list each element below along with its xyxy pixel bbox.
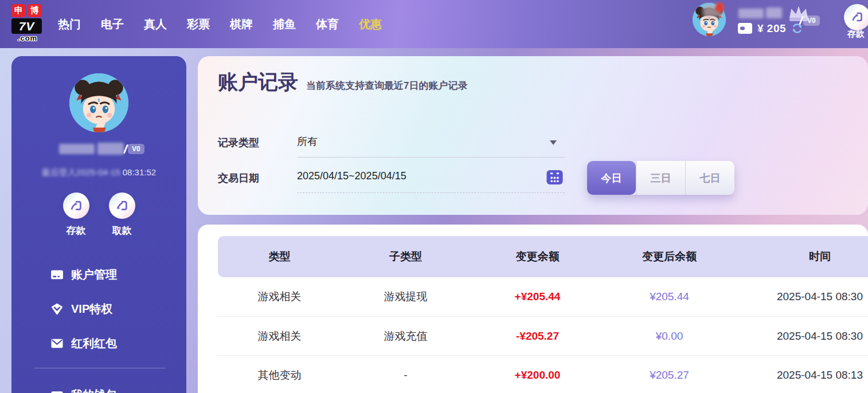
table-row: 游戏相关 游戏充值 -¥205.27 ¥0.00 2025-04-15 08:3… [218, 316, 868, 355]
nav-item-promo[interactable]: 优惠 [350, 17, 390, 32]
calendar-icon[interactable] [546, 168, 564, 186]
deposit-icon [850, 10, 865, 25]
vip-level-text: V0 [803, 15, 820, 26]
last-login-text: 最后登入2025-04-15 08:31:52 [11, 167, 186, 178]
sidebar-avatar [69, 73, 128, 132]
date-range-tabs: 今日 三日 七日 [587, 161, 734, 195]
cell-change-amount: +¥205.44 [470, 290, 605, 303]
app-window: 申 博 7V .com 热门 电子 真人 彩票 棋牌 捕鱼 体育 优惠 [0, 0, 868, 393]
withdraw-icon [114, 198, 130, 214]
table-row: 其他变动 - +¥200.00 ¥205.27 2025-04-15 08:13 [218, 355, 868, 393]
record-type-label: 记录类型 [218, 135, 297, 158]
sidebar-panel: V0 最后登入2025-04-15 08:31:52 存款 取款 [11, 56, 186, 393]
topbar-deposit-label: 存款 [847, 29, 865, 40]
main-nav-menu: 热门 电子 真人 彩票 棋牌 捕鱼 体育 优惠 [49, 0, 390, 48]
tab-seven-days[interactable]: 七日 [685, 161, 734, 195]
sidebar-user-row [11, 142, 186, 156]
page-title: 账户记录 [218, 69, 298, 96]
sidebar-quick-actions: 存款 取款 [11, 192, 186, 237]
cell-type: 游戏相关 [218, 289, 341, 304]
top-nav-bar: 申 博 7V .com 热门 电子 真人 彩票 棋牌 捕鱼 体育 优惠 [0, 0, 868, 48]
col-header-change: 变更余额 [470, 249, 605, 264]
record-type-value: 所有 [297, 136, 318, 147]
cell-change-amount: +¥200.00 [470, 369, 605, 382]
cell-type: 其他变动 [218, 368, 341, 383]
refresh-balance-icon[interactable] [791, 22, 804, 35]
record-type-select[interactable]: 所有 [297, 135, 565, 158]
sidebar-item-bonus-redpacket[interactable]: 红利红包 [50, 333, 117, 353]
cell-balance-after: ¥0.00 [605, 330, 734, 343]
cell-subtype: 游戏提现 [341, 289, 470, 304]
sidebar-item-account-management[interactable]: 账户管理 [50, 265, 117, 284]
date-range-value: 2025/04/15~2025/04/15 [297, 170, 406, 182]
topbar-deposit-button[interactable] [844, 4, 868, 30]
withdraw-label: 取款 [112, 224, 132, 237]
username-blurred [97, 143, 124, 155]
sidebar-vip-badge: V0 [125, 144, 144, 154]
wallet-icon [737, 22, 753, 34]
logo-char-1: 申 [11, 4, 26, 17]
table-row: 游戏相关 游戏提现 +¥205.44 ¥205.44 2025-04-15 08… [218, 277, 868, 316]
vip-gem-icon [50, 302, 64, 316]
logo-main-text: 7V [11, 18, 42, 34]
withdraw-button[interactable]: 取款 [109, 192, 135, 237]
sidebar-item-vip-privileges[interactable]: VIP特权 [50, 299, 112, 319]
dropdown-caret-icon [550, 140, 557, 145]
nav-item-cards[interactable]: 棋牌 [221, 17, 261, 32]
nav-item-slots[interactable]: 电子 [92, 17, 132, 32]
cell-time: 2025-04-15 08:13 [734, 369, 868, 382]
deposit-button[interactable]: 存款 [63, 192, 89, 237]
nav-item-hot[interactable]: 热门 [49, 17, 89, 32]
col-header-time: 时间 [734, 249, 868, 264]
cell-balance-after: ¥205.44 [605, 290, 734, 303]
col-header-type: 类型 [218, 249, 341, 264]
tab-today[interactable]: 今日 [587, 161, 636, 195]
tab-three-days[interactable]: 三日 [636, 161, 685, 195]
cell-subtype: 游戏充值 [341, 329, 470, 344]
bank-card-icon [50, 268, 64, 282]
cell-subtype: - [341, 369, 470, 382]
table-header-row: 类型 子类型 变更余额 变更后余额 时间 [218, 236, 868, 277]
balance-amount: ¥ 205 [757, 22, 786, 35]
cell-balance-after: ¥205.27 [605, 369, 734, 382]
cell-type: 游戏相关 [218, 329, 341, 344]
cell-change-amount: -¥205.27 [470, 330, 605, 343]
vip-level-text: V0 [128, 144, 144, 154]
username-blurred [766, 7, 782, 18]
date-range-input[interactable]: 2025/04/15~2025/04/15 [297, 170, 565, 193]
envelope-icon [50, 336, 64, 351]
nav-item-lottery[interactable]: 彩票 [178, 17, 218, 32]
account-records-filter-card: 账户记录 当前系统支持查询最近7日的账户记录 记录类型 所有 交易日期 2025… [198, 56, 868, 215]
col-header-balance-after: 变更后余额 [605, 249, 734, 264]
logo-suffix-text: .com [11, 34, 44, 42]
deposit-icon [68, 198, 84, 214]
account-records-table-card: 类型 子类型 变更余额 变更后余额 时间 游戏相关 游戏提现 +¥205.44 … [198, 225, 868, 393]
cell-time: 2025-04-15 08:30 [734, 330, 868, 343]
username-blurred [738, 9, 764, 18]
nav-item-live[interactable]: 真人 [135, 17, 175, 32]
logo-char-2: 博 [28, 4, 42, 17]
balance-row: ¥ 205 [737, 22, 804, 35]
avatar-red-blob [715, 2, 724, 13]
site-logo[interactable]: 申 博 7V .com [11, 4, 44, 42]
wallet-icon [50, 388, 64, 393]
page-subtitle: 当前系统支持查询最近7日的账户记录 [306, 79, 467, 92]
username-blurred [59, 144, 95, 154]
sidebar-divider [34, 368, 165, 368]
sidebar-item-my-wallet[interactable]: 我的钱包 [50, 385, 117, 393]
deposit-label: 存款 [67, 224, 86, 237]
transaction-date-label: 交易日期 [218, 170, 297, 193]
cell-time: 2025-04-15 08:30 [734, 290, 868, 303]
nav-item-sports[interactable]: 体育 [307, 17, 347, 32]
col-header-subtype: 子类型 [341, 249, 470, 264]
nav-item-fishing[interactable]: 捕鱼 [264, 17, 304, 32]
